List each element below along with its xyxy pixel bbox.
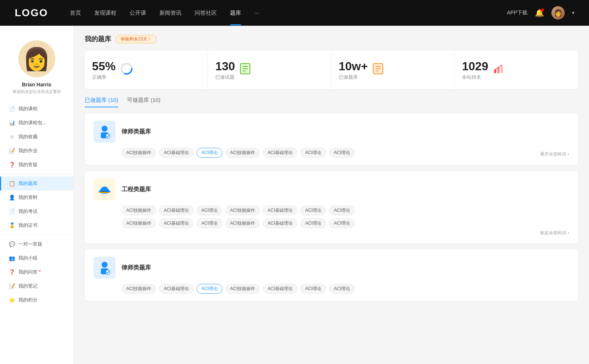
sidebar-label-group: 我的小组 <box>18 255 38 261</box>
eng-tag-12[interactable]: ACI基础理论 <box>263 218 297 228</box>
nav-home[interactable]: 首页 <box>70 10 81 17</box>
nav-discover[interactable]: 发现课程 <box>94 10 116 17</box>
group-icon: 👥 <box>9 255 15 261</box>
tag-2[interactable]: ACI基础理论 <box>159 148 194 158</box>
eng-tag-13[interactable]: ACI理论 <box>300 218 326 228</box>
bank-card-header-lawyer-2: 律师类题库 <box>94 257 569 279</box>
bank-card-lawyer: 律师类题库 ACI技能操作 ACI基础理论 ACI理论 ACI技能操作 ACI基… <box>85 113 578 165</box>
sidebar-item-exam[interactable]: 📄 我的考试 <box>0 204 73 218</box>
eng-tag-8[interactable]: ACI技能操作 <box>121 218 156 228</box>
sidebar-label-points: 我的积分 <box>18 297 38 303</box>
sidebar-item-favorites[interactable]: ☆ 我的收藏 <box>0 130 73 144</box>
eng-tag-4[interactable]: ACI技能操作 <box>225 206 260 215</box>
sidebar-item-profile[interactable]: 👤 我的资料 <box>0 190 73 204</box>
done-bank-icon <box>372 63 384 77</box>
eng-tag-14[interactable]: ACI理论 <box>329 218 355 228</box>
stat-done-bank: 10w+ 已做题库 <box>331 51 455 89</box>
nav-qa[interactable]: 问答社区 <box>195 10 217 17</box>
tag-3-highlighted[interactable]: ACI理论 <box>197 148 222 158</box>
eng-tag-7[interactable]: ACI理论 <box>329 206 355 215</box>
sidebar-divider-1 <box>0 174 73 174</box>
exam-icon: 📄 <box>9 208 15 214</box>
sidebar-item-my-course[interactable]: 📄 我的课程 <box>0 102 73 116</box>
sidebar-item-my-qa[interactable]: ❓ 我的问答 ● <box>0 265 73 279</box>
svg-point-21 <box>102 262 107 268</box>
tab-done[interactable]: 已做题库 (10) <box>85 97 118 107</box>
nav-news[interactable]: 新闻资讯 <box>159 10 181 17</box>
correct-rate-icon <box>120 62 133 78</box>
eng-tag-10[interactable]: ACI理论 <box>197 218 222 228</box>
sidebar-label-my-qa: 我的问答 ● <box>18 269 40 275</box>
l2-tag-4[interactable]: ACI技能操作 <box>225 284 260 294</box>
profile-icon: 👤 <box>9 195 15 200</box>
sidebar-item-notes[interactable]: 📝 我的笔记 <box>0 279 73 293</box>
user-avatar[interactable]: 👩 <box>551 6 565 19</box>
sidebar-item-points[interactable]: ⭐ 我的积分 <box>0 293 73 307</box>
eng-tag-9[interactable]: ACI基础理论 <box>159 218 194 228</box>
l2-tag-1[interactable]: ACI技能操作 <box>121 284 156 294</box>
stat-label-rank: 全站排名 <box>462 74 488 81</box>
sidebar-avatar: 👩 <box>18 40 55 77</box>
engineering-card-icon <box>94 178 116 200</box>
sidebar-label-favorites: 我的收藏 <box>18 133 38 140</box>
sidebar-label-questions: 我的答疑 <box>18 161 38 168</box>
bank-card-tags-eng-row1: ACI技能操作 ACI基础理论 ACI理论 ACI技能操作 ACI基础理论 AC… <box>121 206 569 215</box>
lawyer-card-icon <box>94 121 116 143</box>
eng-tag-3[interactable]: ACI理论 <box>197 206 222 215</box>
eng-tag-6[interactable]: ACI理论 <box>300 206 326 215</box>
sidebar-label-exam: 我的考试 <box>18 208 38 215</box>
bank-card-title-lawyer-2: 律师类题库 <box>121 264 151 272</box>
notification-dot <box>541 8 544 11</box>
bank-card-lawyer-2: 律师类题库 ACI技能操作 ACI基础理论 ACI理论 ACI技能操作 ACI基… <box>85 249 578 301</box>
sidebar-item-group[interactable]: 👥 我的小组 <box>0 251 73 265</box>
app-download[interactable]: APP下载 <box>507 10 528 16</box>
stat-rank: 1029 全站排名 <box>455 51 578 89</box>
homework-icon: 📝 <box>9 148 15 154</box>
logo[interactable]: LOGO <box>15 7 48 19</box>
sidebar-menu: 📄 我的课程 📊 我的课程包... ☆ 我的收藏 📝 我的作业 ❓ 我的答疑 � <box>0 102 73 307</box>
nav-more[interactable]: ··· <box>254 10 259 17</box>
l2-tag-6[interactable]: ACI理论 <box>300 284 326 294</box>
svg-point-15 <box>102 126 107 132</box>
eng-tag-2[interactable]: ACI基础理论 <box>159 206 194 215</box>
navbar: LOGO 首页 发现课程 公开课 新闻资讯 问答社区 题库 ··· APP下载 … <box>0 0 589 26</box>
stat-number-correct: 55% <box>92 60 116 73</box>
bell-button[interactable]: 🔔 <box>535 8 544 17</box>
sidebar-label-profile: 我的资料 <box>18 194 38 201</box>
stat-correct-rate: 55% 正确率 <box>85 51 208 89</box>
l2-tag-5[interactable]: ACI基础理论 <box>263 284 297 294</box>
sidebar-label-certificate: 我的证书 <box>18 222 38 229</box>
nav-open-course[interactable]: 公开课 <box>130 10 146 17</box>
l2-tag-3-highlighted[interactable]: ACI理论 <box>197 284 222 294</box>
sidebar-label-my-course: 我的课程 <box>18 106 38 112</box>
sidebar-item-bank[interactable]: 📋 我的题库 <box>0 176 73 190</box>
trial-badge: 体验剩余23天！ <box>116 35 156 43</box>
nav-bank[interactable]: 题库 <box>230 10 241 17</box>
tab-available[interactable]: 可做题库 (10) <box>127 97 161 107</box>
sidebar-profile: 👩 Brian Harris 错误的决定比没有决定要好 <box>0 33 73 98</box>
sidebar-item-certificate[interactable]: 🏅 我的证书 <box>0 218 73 232</box>
expand-link-lawyer[interactable]: 展开全部科目 › <box>540 151 569 157</box>
eng-tag-11[interactable]: ACI技能操作 <box>225 218 260 228</box>
sidebar-item-questions[interactable]: ❓ 我的答疑 <box>0 158 73 172</box>
sidebar-item-course-package[interactable]: 📊 我的课程包... <box>0 116 73 130</box>
tag-1[interactable]: ACI技能操作 <box>121 148 156 158</box>
tag-5[interactable]: ACI基础理论 <box>263 148 297 158</box>
sidebar-item-one-on-one[interactable]: 💬 一对一答疑 <box>0 237 73 251</box>
stat-number-rank: 1029 <box>462 60 488 73</box>
stat-label-done: 已做试题 <box>215 74 235 81</box>
user-dropdown-chevron[interactable]: ▾ <box>572 10 574 15</box>
tag-7[interactable]: ACI理论 <box>329 148 355 158</box>
eng-tag-5[interactable]: ACI基础理论 <box>263 206 297 215</box>
l2-tag-2[interactable]: ACI基础理论 <box>159 284 194 294</box>
bank-card-header-lawyer: 律师类题库 <box>94 121 569 143</box>
sidebar-item-homework[interactable]: 📝 我的作业 <box>0 144 73 158</box>
tag-4[interactable]: ACI技能操作 <box>225 148 260 158</box>
bank-card-tags-eng-row2: ACI技能操作 ACI基础理论 ACI理论 ACI技能操作 ACI基础理论 AC… <box>121 218 569 228</box>
l2-tag-7[interactable]: ACI理论 <box>329 284 355 294</box>
bank-card-tags-lawyer-2: ACI技能操作 ACI基础理论 ACI理论 ACI技能操作 ACI基础理论 AC… <box>121 284 569 294</box>
stat-label-correct: 正确率 <box>92 74 116 81</box>
eng-tag-1[interactable]: ACI技能操作 <box>121 206 156 215</box>
collapse-link-engineering[interactable]: 收起全部科目 › <box>94 230 569 236</box>
tag-6[interactable]: ACI理论 <box>300 148 326 158</box>
